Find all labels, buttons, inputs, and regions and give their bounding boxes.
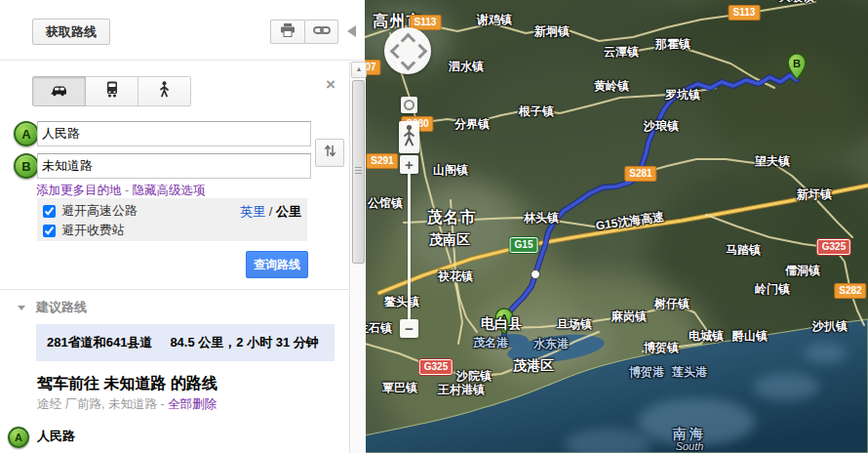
- zoom-in-button[interactable]: +: [400, 155, 418, 174]
- route-options-box: 避开高速公路 避开收费站 英里 / 公里: [37, 198, 307, 241]
- print-button[interactable]: [270, 20, 304, 44]
- marker-letter: B: [793, 58, 801, 69]
- road: [404, 218, 607, 228]
- avoid-tolls-checkbox[interactable]: [43, 225, 56, 237]
- bus-icon: [105, 81, 119, 102]
- divider: [0, 60, 365, 61]
- avoid-highways-checkbox[interactable]: [43, 205, 56, 218]
- center-dot-icon: [404, 100, 414, 110]
- route: [504, 75, 797, 335]
- via-line: 途经 厂前路, 未知道路 - 全部删除: [37, 396, 217, 413]
- road: [365, 2, 815, 41]
- shallow-water: [638, 398, 755, 445]
- route-step-origin[interactable]: A 人民路: [0, 424, 349, 453]
- scrollbar-up-button[interactable]: ▲: [351, 62, 367, 78]
- via-text: 途经 厂前路, 未知道路 -: [37, 397, 165, 411]
- pan-up-arrow[interactable]: [401, 33, 416, 49]
- suggested-routes-label: 建议路线: [36, 299, 87, 316]
- avoid-highways-option[interactable]: 避开高速公路: [43, 201, 138, 221]
- marker-letter: A: [500, 312, 508, 324]
- scrollbar-thumb[interactable]: [352, 80, 365, 264]
- km-selected: 公里: [276, 204, 301, 219]
- advanced-links: 添加更多目的地 - 隐藏高级选项: [36, 183, 206, 199]
- tab-walking[interactable]: [138, 76, 191, 106]
- scrollbar-grip: [355, 167, 362, 168]
- divider: [0, 289, 365, 290]
- collapse-panel-arrow[interactable]: [347, 25, 356, 37]
- road: [417, 88, 716, 123]
- pegman-icon: [403, 124, 415, 151]
- route-option-card[interactable]: 281省道和641县道 84.5 公里，2 小时 31 分钟: [36, 324, 335, 361]
- link-icon: [313, 24, 331, 39]
- zoom-out-button[interactable]: −: [400, 319, 418, 338]
- road: [706, 215, 864, 325]
- get-route-button[interactable]: 查询路线: [246, 251, 308, 278]
- route-stats: 84.5 公里，2 小时 31 分钟: [170, 334, 318, 351]
- map-canvas[interactable]: AB 高州市谢鸡镇新垌镇大坡镇那霍镇云潭镇泗水镇黄岭镇罗坑镇根子镇分界镇沙琅镇山…: [365, 0, 868, 453]
- pan-down-arrow[interactable]: [401, 56, 416, 71]
- road: [643, 159, 852, 237]
- directions-panel: 获取路线: [0, 0, 349, 453]
- get-directions-button[interactable]: 获取路线: [32, 19, 110, 45]
- origin-input[interactable]: [37, 121, 311, 146]
- route-casing: [504, 75, 797, 335]
- shallow-water: [753, 373, 819, 400]
- panel-scrollbar[interactable]: ▲: [349, 62, 366, 453]
- print-icon: [280, 23, 296, 40]
- pan-left-arrow[interactable]: [390, 44, 406, 60]
- close-icon[interactable]: ×: [320, 74, 341, 96]
- pegman-streetview-control[interactable]: [399, 121, 419, 153]
- route-via-point[interactable]: [532, 270, 540, 279]
- road: [390, 33, 462, 344]
- map-graphics: AB: [365, 0, 868, 453]
- suggested-routes-header: 建议路线: [18, 299, 87, 316]
- swap-waypoints-button[interactable]: [315, 139, 344, 167]
- zoom-slider-track[interactable]: [408, 174, 411, 320]
- pan-right-arrow[interactable]: [413, 44, 428, 60]
- map-pan-control[interactable]: [384, 27, 431, 74]
- directions-heading: 驾车前往 未知道路 的路线: [37, 374, 217, 394]
- tab-driving[interactable]: [32, 76, 86, 106]
- destination-input[interactable]: [37, 153, 311, 179]
- destination-marker-badge: B: [14, 153, 39, 179]
- swap-arrows-icon: [324, 144, 336, 162]
- unit-separator: /: [265, 204, 276, 219]
- avoid-highways-label: 避开高速公路: [61, 202, 138, 220]
- step-a-badge: A: [8, 427, 29, 448]
- step-a-text: 人民路: [37, 428, 75, 445]
- shallow-water: [804, 344, 847, 363]
- link-separator: -: [122, 184, 133, 197]
- route-marker-A[interactable]: A: [495, 309, 513, 335]
- tab-transit[interactable]: [86, 76, 138, 106]
- unit-toggle: 英里 / 公里: [240, 203, 301, 221]
- avoid-tolls-option[interactable]: 避开收费站: [43, 221, 125, 240]
- origin-marker-badge: A: [14, 121, 39, 146]
- miles-link[interactable]: 英里: [240, 204, 265, 219]
- avoid-tolls-label: 避开收费站: [61, 222, 125, 239]
- collapse-triangle-icon[interactable]: [18, 306, 25, 310]
- car-icon: [50, 83, 69, 101]
- travel-mode-tabs: [32, 76, 191, 106]
- route-name: 281省道和641县道: [47, 334, 152, 351]
- add-destination-link[interactable]: 添加更多目的地: [36, 184, 122, 197]
- hide-options-link[interactable]: 隐藏高级选项: [133, 184, 206, 197]
- delete-all-link[interactable]: 全部删除: [168, 397, 217, 411]
- directions-app: 获取路线: [0, 0, 868, 453]
- recenter-button[interactable]: [401, 97, 417, 113]
- link-button[interactable]: [304, 20, 338, 44]
- walk-icon: [159, 81, 170, 102]
